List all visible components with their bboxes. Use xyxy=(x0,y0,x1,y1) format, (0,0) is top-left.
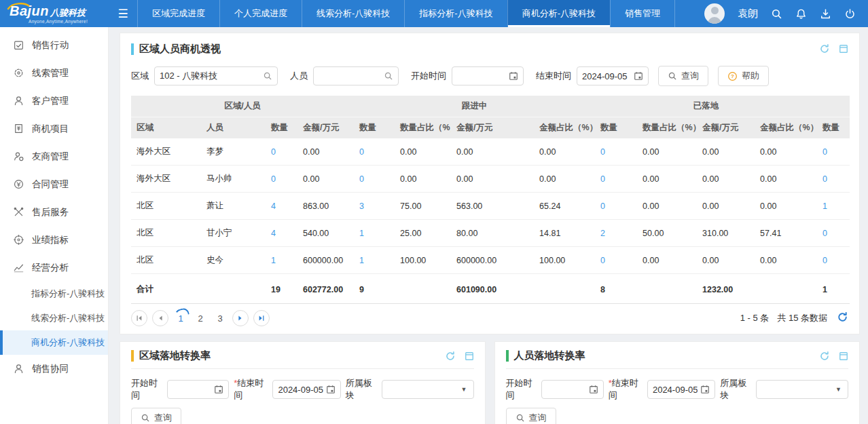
count-link-cell[interactable]: 0 xyxy=(266,138,297,166)
person-input[interactable] xyxy=(313,66,399,85)
query-button[interactable]: 查询 xyxy=(658,66,708,86)
bell-icon[interactable] xyxy=(795,8,807,20)
download-icon[interactable] xyxy=(820,8,831,20)
window-icon[interactable] xyxy=(839,44,848,54)
count-link-cell[interactable]: 0 xyxy=(595,138,637,166)
end-date-field[interactable] xyxy=(582,71,631,81)
end-date-input[interactable] xyxy=(577,66,649,85)
person-input-field[interactable] xyxy=(319,71,381,81)
count-link-cell[interactable]: 0 xyxy=(817,166,850,193)
first-page-button[interactable] xyxy=(131,310,147,326)
page-number-2[interactable]: 2 xyxy=(193,310,208,326)
region-input[interactable] xyxy=(154,66,278,85)
tab-指标分析-八骏科技[interactable]: 指标分析-八骏科技 xyxy=(404,0,507,27)
page-number-3[interactable]: 3 xyxy=(213,310,228,326)
sidebar-item-商机项目[interactable]: 商机项目 xyxy=(0,115,108,142)
calendar-icon[interactable] xyxy=(700,385,710,394)
power-icon[interactable] xyxy=(844,8,856,20)
hamburger-icon[interactable]: ☰ xyxy=(109,0,137,27)
sidebar-item-友商管理[interactable]: 友商管理 xyxy=(0,142,108,170)
start-date-input[interactable] xyxy=(541,380,604,399)
person-conversion-panel: 人员落地转换率 开始时间 *结束时间 xyxy=(494,341,861,424)
search-icon[interactable] xyxy=(771,8,782,20)
start-date-field[interactable] xyxy=(457,71,506,81)
module-select[interactable]: ▼ xyxy=(382,380,474,399)
count-link-cell[interactable]: 0 xyxy=(595,193,637,220)
table-group-header: 已落地 xyxy=(595,96,817,117)
count-link-cell[interactable]: 0 xyxy=(595,166,637,193)
end-date-field[interactable] xyxy=(653,385,698,395)
calendar-icon[interactable] xyxy=(509,71,518,81)
query-button[interactable]: 查询 xyxy=(131,408,181,424)
sidebar-item-合同管理[interactable]: 合同管理 xyxy=(0,170,108,198)
count-link-cell[interactable]: 4 xyxy=(266,220,297,247)
tab-销售管理[interactable]: 销售管理 xyxy=(610,0,675,27)
sidebar-item-售后服务[interactable]: 售后服务 xyxy=(0,198,108,226)
total-cell xyxy=(201,274,266,304)
calendar-icon[interactable] xyxy=(326,385,336,394)
count-link-cell[interactable]: 0 xyxy=(817,220,850,247)
end-date-label: 结束时间 xyxy=(536,70,571,82)
end-date-input[interactable] xyxy=(647,380,715,399)
user-name[interactable]: 袁朗 xyxy=(738,7,758,20)
window-icon[interactable] xyxy=(839,351,848,361)
tab-区域完成进度[interactable]: 区域完成进度 xyxy=(137,0,219,27)
leads-icon xyxy=(13,67,24,79)
refresh-icon[interactable] xyxy=(445,351,456,362)
sidebar-item-销售行动[interactable]: 销售行动 xyxy=(0,31,108,59)
sidebar-subitem-指标分析-八骏科技[interactable]: 指标分析-八骏科技 xyxy=(0,282,108,306)
count-link-cell[interactable]: 0 xyxy=(354,138,395,166)
window-icon[interactable] xyxy=(465,351,474,361)
count-link-cell[interactable]: 0 xyxy=(595,247,637,274)
sidebar-item-销售协同[interactable]: 销售协同 xyxy=(0,355,108,383)
tab-个人完成进度[interactable]: 个人完成进度 xyxy=(219,0,302,27)
count-link-cell[interactable]: 0 xyxy=(817,247,850,274)
opportunities-icon xyxy=(13,123,24,134)
query-button[interactable]: 查询 xyxy=(506,408,556,424)
prev-page-button[interactable] xyxy=(152,310,168,326)
tab-商机分析-八骏科技[interactable]: 商机分析-八骏科技 xyxy=(507,0,610,27)
start-date-input[interactable] xyxy=(452,66,524,85)
sidebar-subitem-线索分析-八骏科技[interactable]: 线索分析-八骏科技 xyxy=(0,306,108,330)
last-page-button[interactable] xyxy=(253,310,270,326)
tab-线索分析-八骏科技[interactable]: 线索分析-八骏科技 xyxy=(302,0,404,27)
module-select[interactable]: ▼ xyxy=(756,380,848,399)
start-date-field[interactable] xyxy=(173,385,212,395)
refresh-icon[interactable] xyxy=(819,351,830,362)
end-date-field[interactable] xyxy=(278,385,323,395)
count-link-cell[interactable]: 0 xyxy=(354,166,395,193)
refresh-icon[interactable] xyxy=(837,311,848,325)
avatar[interactable] xyxy=(704,3,725,24)
count-link-cell[interactable]: 4 xyxy=(266,193,297,220)
sidebar-item-业绩指标[interactable]: 业绩指标 xyxy=(0,226,108,254)
region-input-field[interactable] xyxy=(160,71,260,81)
count-link-cell[interactable]: 0 xyxy=(266,166,297,193)
search-icon[interactable] xyxy=(263,71,272,81)
app-logo[interactable]: Bajun 八骏科技 Anyone,Anytime,Anywhere! xyxy=(0,0,109,27)
next-page-button[interactable] xyxy=(232,310,249,326)
sidebar-item-线索管理[interactable]: 线索管理 xyxy=(0,59,108,87)
count-link-cell[interactable]: 1 xyxy=(354,220,395,247)
count-link-cell[interactable]: 2 xyxy=(595,220,637,247)
count-link-cell[interactable]: 1 xyxy=(354,247,395,274)
sidebar-item-客户管理[interactable]: 客户管理 xyxy=(0,87,108,115)
calendar-icon[interactable] xyxy=(589,385,598,394)
calendar-icon[interactable] xyxy=(214,385,223,394)
start-date-field[interactable] xyxy=(547,385,586,395)
help-button[interactable]: ? 帮助 xyxy=(718,66,769,86)
search-icon[interactable] xyxy=(384,71,393,81)
count-link-cell[interactable]: 0 xyxy=(817,138,850,166)
page-number-1[interactable]: 1 xyxy=(173,310,188,326)
count-link-cell[interactable]: 3 xyxy=(354,193,395,220)
start-date-label: 开始时间 xyxy=(411,70,446,82)
sidebar-subitem-商机分析-八骏科技[interactable]: 商机分析-八骏科技 xyxy=(0,330,108,355)
end-date-input[interactable] xyxy=(272,380,340,399)
count-link-cell[interactable]: 1 xyxy=(817,193,850,220)
start-date-input[interactable] xyxy=(167,380,230,399)
calendar-icon[interactable] xyxy=(634,71,643,81)
refresh-icon[interactable] xyxy=(819,43,830,54)
count-link-cell[interactable]: 1 xyxy=(266,247,297,274)
chevron-down-icon: ▼ xyxy=(835,386,842,393)
total-cell xyxy=(534,274,595,304)
sidebar-item-经营分析[interactable]: 经营分析 xyxy=(0,254,108,282)
